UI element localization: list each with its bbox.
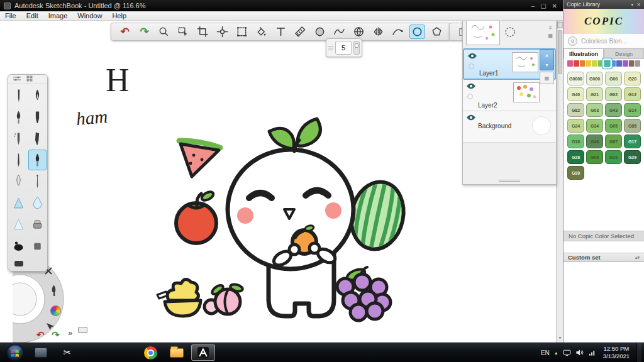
brush-round-selected[interactable]	[28, 150, 47, 170]
custom-set-arrows-icon[interactable]: ▴▾	[635, 255, 640, 260]
zoom-icon[interactable]	[156, 25, 172, 39]
brush-airbrush[interactable]	[9, 128, 28, 149]
copic-family-swatch[interactable]	[616, 60, 622, 67]
lagoon-keyboard-icon[interactable]	[78, 327, 87, 333]
close-button[interactable]: ✕	[552, 3, 557, 9]
show-desktop-button[interactable]	[636, 343, 641, 362]
clock[interactable]: 12:50 PM 3/13/2021	[603, 345, 630, 360]
ruler-icon[interactable]	[292, 25, 308, 39]
copic-swatch-G16[interactable]: G16	[567, 134, 584, 148]
menu-help[interactable]: Help	[107, 12, 131, 19]
perspective-icon[interactable]	[351, 25, 367, 39]
layer-options-icon[interactable]: ▦	[540, 72, 554, 84]
brush-size-slider[interactable]	[353, 41, 360, 55]
copic-family-swatch[interactable]	[598, 60, 604, 67]
circle-tool-icon[interactable]	[409, 25, 425, 39]
volume-icon[interactable]	[575, 349, 584, 356]
copic-swatch-G05[interactable]: G05	[605, 119, 622, 133]
copic-swatch-G34[interactable]: G34	[586, 119, 603, 133]
sketchbook-taskbar-icon[interactable]	[191, 344, 215, 361]
distort-icon[interactable]	[234, 25, 250, 39]
copic-swatch-G12[interactable]: G12	[624, 87, 641, 101]
copic-family-swatch[interactable]	[586, 60, 591, 67]
redo-icon[interactable]: ↷	[136, 25, 152, 39]
layers-panel-resize[interactable]	[463, 177, 556, 184]
menu-file[interactable]: File	[0, 12, 21, 19]
stroke-icon[interactable]	[390, 25, 406, 39]
copic-swatch-G82[interactable]: G82	[567, 103, 584, 117]
copic-collapse-icon[interactable]: ▾	[631, 2, 633, 8]
network-icon[interactable]	[588, 349, 596, 356]
eraser-icon[interactable]	[13, 259, 25, 269]
brush-technical-pen[interactable]	[9, 150, 28, 170]
copic-family-swatch[interactable]	[623, 60, 628, 67]
copic-swatch-G24[interactable]: G24	[567, 119, 584, 133]
copic-family-swatch[interactable]	[635, 60, 640, 67]
lagoon-color-wheel-icon[interactable]	[50, 305, 61, 316]
brush-fine-liner[interactable]	[28, 171, 47, 192]
copic-swatch-G29[interactable]: G29	[624, 150, 641, 164]
menu-edit[interactable]: Edit	[21, 12, 43, 19]
select-icon[interactable]	[175, 25, 191, 39]
layer-row-2[interactable]: Layer2	[463, 80, 556, 111]
action-center-icon[interactable]	[563, 349, 571, 356]
polygon-icon[interactable]	[429, 25, 445, 39]
popup-grip[interactable]	[328, 41, 333, 55]
fill-icon[interactable]	[253, 25, 269, 39]
copic-swatch-G40[interactable]: G40	[567, 87, 584, 101]
copic-swatch-G09[interactable]: G09	[586, 150, 603, 164]
scroll-button-top2[interactable]	[557, 22, 563, 28]
copic-family-swatch[interactable]	[604, 60, 610, 67]
eye-icon[interactable]	[466, 83, 476, 90]
symmetry-icon[interactable]	[370, 25, 386, 39]
copic-close-icon[interactable]: ✕	[636, 2, 641, 8]
brush-water-drop[interactable]	[28, 192, 47, 213]
layer-row-background[interactable]: Background	[463, 111, 556, 143]
copic-family-swatch[interactable]	[629, 60, 635, 67]
copic-swatch-G85[interactable]: G85	[624, 119, 641, 133]
tab-design[interactable]: Design	[604, 48, 644, 59]
language-indicator[interactable]: EN	[541, 349, 550, 356]
copic-swatch-G02[interactable]: G02	[605, 87, 622, 101]
copic-swatch-G14[interactable]: G14	[624, 103, 641, 117]
lagoon-undo-icon[interactable]: ↶	[36, 330, 45, 339]
menu-window[interactable]: Window	[72, 12, 107, 19]
layer-menu-icon[interactable]: ≡	[549, 25, 552, 31]
brush-grid-icon[interactable]	[26, 75, 33, 83]
copic-swatch-G28[interactable]: G28	[567, 150, 584, 164]
brush-ink-blob[interactable]	[9, 235, 28, 256]
copic-swatch-G0000[interactable]: G0000	[567, 72, 584, 85]
eye-icon[interactable]	[467, 53, 477, 60]
copic-swatch-G000[interactable]: G000	[586, 72, 603, 85]
crop-icon[interactable]	[195, 25, 211, 39]
copic-family-swatch[interactable]	[580, 60, 586, 67]
ellipse-guide-icon[interactable]	[312, 25, 328, 39]
brush-eraser-pad[interactable]	[28, 235, 47, 256]
start-button[interactable]	[6, 344, 24, 361]
brush-marker[interactable]	[28, 107, 47, 128]
brush-ink-pen[interactable]	[28, 85, 47, 106]
tab-illustration[interactable]: Illustration	[564, 48, 604, 59]
copic-swatch-G20[interactable]: G20	[624, 72, 641, 85]
brush-nib-pen[interactable]	[9, 171, 28, 192]
copic-family-swatch[interactable]	[610, 60, 616, 67]
lagoon-more-icon[interactable]: »	[68, 328, 72, 337]
eye-icon[interactable]	[466, 114, 476, 121]
layer-opacity-stepper[interactable]: ▲▼	[540, 49, 554, 70]
restore-button[interactable]: ▢	[540, 3, 546, 9]
copic-family-swatch[interactable]	[592, 60, 597, 67]
scrollbar-thumb[interactable]	[558, 30, 562, 74]
copic-swatch-G03[interactable]: G03	[586, 103, 603, 117]
canvas-scrollbar[interactable]: ▼	[556, 15, 563, 343]
copic-swatch-G19[interactable]: G19	[605, 150, 622, 164]
brush-settings-icon[interactable]	[13, 75, 21, 83]
selection-circle-icon[interactable]	[503, 25, 517, 39]
lagoon-redo-icon[interactable]: ↷	[52, 330, 60, 339]
explorer-icon[interactable]	[165, 344, 189, 361]
copic-swatch-G00[interactable]: G00	[605, 72, 622, 85]
copic-swatch-G07[interactable]: G07	[605, 134, 622, 148]
layer-lock-dot[interactable]	[469, 63, 474, 69]
tray-expand-icon[interactable]: ▲	[554, 351, 558, 355]
transform-icon[interactable]	[214, 25, 230, 39]
brush-smudge[interactable]	[9, 192, 28, 213]
